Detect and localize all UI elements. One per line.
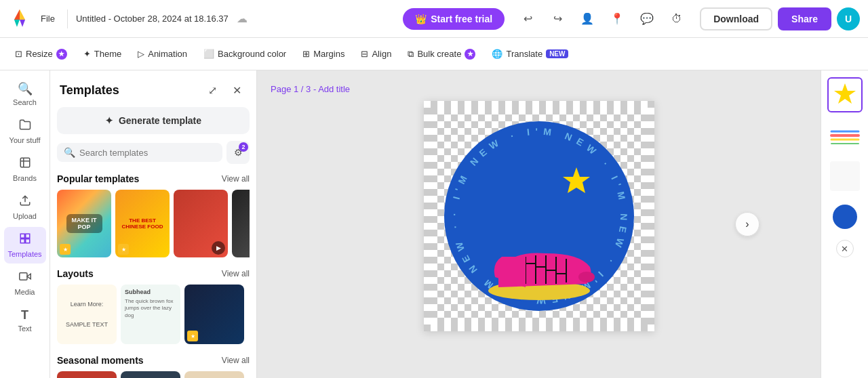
play-badge-3: ▶ (212, 241, 225, 255)
translate-tool[interactable]: 🌐 Translate NEW (485, 45, 575, 62)
popular-template-3[interactable]: ▶ (174, 190, 228, 257)
bg-color-tool[interactable]: ⬜ Background color (197, 45, 293, 62)
svg-rect-8 (20, 239, 24, 243)
popular-template-2[interactable]: THE BESTCHINESE FOOD ★ (115, 190, 170, 257)
svg-rect-9 (25, 239, 29, 243)
right-thumb-star[interactable] (827, 77, 863, 112)
margins-label: Margins (313, 49, 344, 59)
seasonal-view-all[interactable]: View all (222, 356, 250, 365)
resize-icon: ⊡ (15, 49, 22, 59)
bg-color-label: Background color (218, 49, 286, 59)
theme-label: Theme (94, 49, 121, 59)
popular-template-1[interactable]: MAKE ITPOP ★ (57, 190, 111, 257)
layout-1[interactable]: Learn More:SAMPLE TEXT (57, 285, 117, 344)
canvas-sticker-svg: · I'M NEW · I'M NEW · I'M NEW · I'M NEW … (431, 108, 648, 324)
sidebar-item-media[interactable]: Media (4, 265, 46, 301)
app-logo (8, 7, 31, 30)
pro-badge-layout-3: ★ (187, 331, 198, 341)
timer-icon-button[interactable]: ⏱ (665, 7, 689, 31)
popular-templates-grid: MAKE ITPOP ★ THE BESTCHINESE FOOD ★ ▶ (57, 190, 250, 257)
comment-icon-button[interactable]: 💬 (635, 7, 659, 31)
expand-panel-button[interactable]: ⤢ (202, 80, 222, 100)
sidebar-item-search[interactable]: 🔍 Search (4, 76, 46, 112)
layouts-section-title: Layouts (57, 268, 94, 279)
cloud-sync-icon: ☁ (237, 12, 248, 25)
seasonal-2[interactable]: rustic until new (121, 371, 180, 378)
bulk-create-label: Bulk create (417, 49, 461, 59)
blue-circle-thumb-svg (830, 202, 860, 232)
templates-icon (19, 232, 31, 248)
layout-3[interactable]: ★ (184, 285, 244, 344)
svg-marker-2 (20, 9, 25, 19)
close-right-panel-button[interactable]: ✕ (836, 240, 854, 257)
layouts-view-all[interactable]: View all (222, 269, 250, 278)
panel-body: ✦ Generate template 🔍 ⚙ 2 Popular templa… (50, 107, 256, 378)
sidebar-item-templates[interactable]: Templates (4, 227, 46, 264)
layouts-grid: Learn More:SAMPLE TEXT Subhead The quick… (57, 285, 250, 344)
bg-color-icon: ⬜ (203, 49, 214, 59)
avatar[interactable]: U (837, 7, 860, 30)
animation-tool[interactable]: ▷ Animation (131, 45, 194, 62)
sidebar-item-brands[interactable]: Brands (4, 151, 46, 188)
sidebar-item-text[interactable]: T Text (4, 303, 46, 338)
next-page-arrow[interactable]: › (735, 212, 760, 236)
pro-badge-1: ★ (60, 244, 71, 255)
close-panel-button[interactable]: ✕ (226, 80, 247, 100)
sidebar-your-stuff-label: Your stuff (9, 136, 41, 144)
right-thumb-strokes[interactable] (827, 118, 863, 153)
text-icon: T (21, 308, 28, 322)
svg-marker-10 (27, 274, 31, 279)
sidebar-item-your-stuff[interactable]: Your stuff (4, 113, 46, 150)
add-title[interactable]: - Add title (313, 84, 350, 94)
bulk-create-icon: ⧉ (408, 49, 414, 60)
redo-button[interactable]: ↪ (545, 7, 570, 31)
popular-template-4[interactable] (232, 190, 250, 257)
generate-icon: ✦ (105, 115, 113, 126)
start-trial-button[interactable]: 👑 Start free trial (403, 8, 505, 30)
search-input[interactable] (79, 148, 216, 158)
download-button[interactable]: Download (700, 7, 772, 30)
svg-marker-3 (14, 19, 20, 26)
topbar-divider (67, 9, 68, 28)
file-menu[interactable]: File (37, 9, 59, 29)
filter-button[interactable]: ⚙ 2 (226, 141, 250, 164)
layouts-section-header: Layouts View all (57, 268, 250, 279)
seasonal-3[interactable]: HAVE A HOWLYHALLOWEEN (184, 371, 244, 378)
panel-header-icons: ⤢ ✕ (202, 80, 247, 100)
theme-tool[interactable]: ✦ Theme (77, 45, 128, 62)
resize-badge: ★ (56, 49, 67, 60)
right-thumb-blue-circle[interactable] (827, 199, 863, 234)
strokes-thumb-svg (830, 121, 860, 150)
share-button[interactable]: Share (778, 7, 831, 30)
popular-view-all[interactable]: View all (222, 174, 250, 184)
undo-button[interactable]: ↩ (515, 7, 540, 31)
panel-title: Templates (60, 83, 119, 98)
sidebar-item-upload[interactable]: Upload (4, 189, 46, 226)
upload-icon (19, 194, 31, 210)
generate-label: Generate template (119, 115, 201, 126)
bulk-create-tool[interactable]: ⧉ Bulk create ★ (401, 45, 482, 63)
right-thumb-white[interactable] (827, 159, 863, 194)
resize-tool[interactable]: ⊡ Resize ★ (8, 45, 74, 63)
panel-header: Templates ⤢ ✕ (50, 70, 256, 107)
people-icon-button[interactable]: 👤 (575, 7, 599, 31)
templates-panel: Templates ⤢ ✕ ✦ Generate template 🔍 ⚙ 2 (50, 70, 257, 378)
location-icon-button[interactable]: 📍 (605, 7, 629, 31)
translate-label: Translate (506, 49, 542, 59)
align-tool[interactable]: ⊟ Align (354, 45, 398, 62)
media-icon (19, 270, 31, 286)
canvas-area: Page 1 / 3 - Add title (257, 70, 821, 378)
seasonal-1[interactable] (57, 371, 117, 378)
margins-icon: ⊞ (302, 49, 310, 59)
translate-new-badge: NEW (546, 49, 568, 58)
layout-2[interactable]: Subhead The quick brown fox jumps over t… (121, 285, 180, 344)
svg-marker-4 (20, 19, 25, 26)
right-panel: ✕ (821, 70, 868, 378)
canvas-content[interactable]: · I'M NEW · I'M NEW · I'M NEW · I'M NEW … (424, 101, 654, 331)
folder-icon (19, 119, 31, 134)
generate-template-button[interactable]: ✦ Generate template (57, 107, 250, 134)
canvas-frame: · I'M NEW · I'M NEW · I'M NEW · I'M NEW … (424, 101, 654, 331)
svg-point-30 (578, 272, 595, 282)
margins-tool[interactable]: ⊞ Margins (296, 45, 351, 62)
file-name: Untitled - October 28, 2024 at 18.16.37 (76, 14, 229, 24)
